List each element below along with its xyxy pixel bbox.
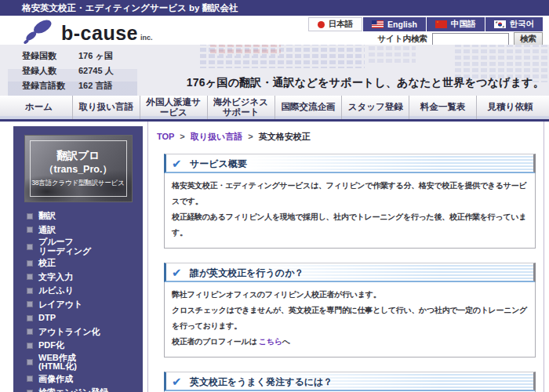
registration-stats: 登録国数 176 ヶ国 登録人数 62745 人 登録言語数 162 言語 bbox=[22, 49, 114, 93]
sidebar-item-ruby[interactable]: ルビふり bbox=[27, 284, 143, 298]
square-bullet-icon bbox=[27, 343, 33, 349]
square-bullet-icon bbox=[27, 274, 33, 280]
check-icon: ✔ bbox=[172, 154, 182, 173]
sidebar-item-interpretation[interactable]: 通訳 bbox=[27, 223, 143, 238]
stat-row: 登録人数 62745 人 bbox=[22, 64, 114, 78]
nav-item-price-list[interactable]: 料金一覧表 bbox=[409, 96, 476, 119]
square-bullet-icon bbox=[27, 328, 33, 335]
section-body: 格安英文校正・エディティングサービスは、フィリピンで作業する分、格安で校正を提供… bbox=[164, 173, 536, 249]
stat-label: 登録言語数 bbox=[22, 78, 78, 93]
section-who-proofreads: ✔ 誰が英文校正を行うのか？ 弊社フィリピンオフィスのフィリピン人校正者が行いま… bbox=[164, 263, 536, 358]
promo-subtitle: （trans_Pro.） bbox=[44, 163, 112, 176]
china-flag-icon bbox=[435, 20, 447, 28]
sidebar-item-label: 校正 bbox=[38, 259, 56, 268]
breadcrumb-link-top[interactable]: TOP bbox=[157, 132, 174, 141]
catchphrase: 176ヶ国の翻訳・通訳などをサポートし、あなたと世界をつなげます。 bbox=[187, 76, 544, 90]
search-label: サイト内検索 bbox=[377, 34, 427, 45]
section-header: ✔ 英文校正をうまく発注するには？ bbox=[164, 372, 536, 391]
section-title: サービス概要 bbox=[190, 158, 247, 169]
sidebar-item-label: 検索エンジン登録 bbox=[38, 388, 108, 392]
paragraph: 校正経験のあるフィリピン人を現地で採用し、社内でトレーニングを行った後、校正作業… bbox=[172, 209, 529, 241]
sidebar-item-image-creation[interactable]: 画像作成 bbox=[27, 372, 143, 387]
main-content: TOP > 取り扱い言語 > 英文格安校正 ✔ サービス概要 格安英文校正・エデ… bbox=[147, 122, 544, 392]
search-button[interactable]: 検索 bbox=[514, 32, 543, 45]
nav-item-staff-registration[interactable]: スタッフ登録 bbox=[341, 96, 409, 119]
sidebar-item-correction[interactable]: 校正 bbox=[27, 256, 143, 270]
sidebar-item-pdf[interactable]: PDF化 bbox=[27, 339, 143, 353]
square-bullet-icon bbox=[27, 213, 33, 220]
sidebar-item-label: WEB作成 (HTML化) bbox=[38, 354, 77, 372]
section-how-to-order: ✔ 英文校正をうまく発注するには？ 最終的な用途、読み手がだれか、校正をする方向… bbox=[164, 372, 536, 392]
paragraph: 格安英文校正・エディティングサービスは、フィリピンで作業する分、格安で校正を提供… bbox=[172, 178, 529, 209]
sidebar-promo-banner[interactable]: 翻訳プロ （trans_Pro.） 38言語クラウド型翻訳サービス bbox=[24, 135, 133, 202]
logo-text: b-cause bbox=[61, 21, 138, 45]
breadcrumb-link-languages[interactable]: 取り扱い言語 bbox=[191, 132, 243, 141]
sidebar-item-label: ルビふり bbox=[38, 286, 74, 296]
section-title: 英文校正をうまく発注するには？ bbox=[190, 376, 333, 387]
site-logo[interactable]: b-cause inc. bbox=[22, 18, 153, 45]
lang-label: 日本語 bbox=[329, 19, 354, 30]
nav-item-dispatch[interactable]: 外国人派遣サ ービス bbox=[140, 96, 207, 119]
sidebar-item-label: アウトライン化 bbox=[38, 328, 100, 337]
promo-description: 38言語クラウド型翻訳サービス bbox=[31, 179, 124, 188]
breadcrumb: TOP > 取り扱い言語 > 英文格安校正 bbox=[157, 131, 536, 143]
sidebar-item-dtp[interactable]: DTP bbox=[27, 311, 143, 325]
lang-korean-button[interactable]: 한국어 bbox=[485, 17, 544, 31]
nav-item-home[interactable]: ホーム bbox=[5, 96, 72, 119]
sidebar-item-label: プルーフ リーディング bbox=[38, 238, 91, 256]
japan-flag-icon bbox=[318, 21, 325, 28]
stat-value: 162 言語 bbox=[78, 78, 112, 93]
square-bullet-icon bbox=[27, 260, 33, 267]
paragraph: クロスチェックはできませんが、英文校正を専門的に仕事として行い、かつ社内で一定の… bbox=[172, 303, 529, 334]
logo-bird-icon bbox=[22, 18, 56, 45]
stat-value: 62745 人 bbox=[78, 64, 114, 78]
lang-label: 中国語 bbox=[451, 19, 476, 30]
nav-item-overseas-support[interactable]: 海外ビジネス サポート bbox=[207, 96, 274, 119]
sidebar-item-proofreading[interactable]: プルーフ リーディング bbox=[27, 237, 143, 256]
square-bullet-icon bbox=[27, 244, 33, 250]
nav-item-international-exchange[interactable]: 国際交流企画 bbox=[274, 96, 342, 119]
language-switcher: 日本語 English 中国語 bbox=[308, 17, 543, 31]
sidebar-item-web-creation[interactable]: WEB作成 (HTML化) bbox=[27, 353, 143, 372]
lang-english-button[interactable]: English bbox=[362, 17, 426, 31]
sidebar-item-label: DTP bbox=[38, 314, 56, 323]
sidebar-item-label: 翻訳 bbox=[38, 212, 56, 221]
sidebar-item-seo-registration[interactable]: 検索エンジン登録 bbox=[27, 386, 143, 392]
section-header: ✔ サービス概要 bbox=[164, 154, 536, 173]
square-bullet-icon bbox=[27, 301, 33, 307]
paragraph: 弊社フィリピンオフィスのフィリピン人校正者が行います。 bbox=[172, 287, 529, 303]
page-title-bar: 格安英文校正・エディティングサービス by 翻訳会社 bbox=[0, 0, 549, 16]
stat-row: 登録言語数 162 言語 bbox=[22, 78, 114, 93]
lang-label: English bbox=[387, 20, 417, 29]
breadcrumb-current: 英文格安校正 bbox=[259, 132, 311, 141]
profile-link[interactable]: こちら bbox=[259, 337, 282, 346]
sidebar-item-translation[interactable]: 翻訳 bbox=[27, 209, 143, 223]
square-bullet-icon bbox=[27, 227, 33, 233]
page-title: 格安英文校正・エディティングサービス by 翻訳会社 bbox=[22, 3, 238, 13]
sidebar: 翻訳プロ （trans_Pro.） 38言語クラウド型翻訳サービス 翻訳 通訳 … bbox=[13, 126, 143, 392]
stat-value: 176 ヶ国 bbox=[78, 49, 113, 64]
search-input[interactable] bbox=[432, 33, 509, 45]
square-bullet-icon bbox=[27, 315, 33, 321]
section-title: 誰が英文校正を行うのか？ bbox=[190, 267, 304, 278]
sidebar-item-outline[interactable]: アウトライン化 bbox=[27, 325, 143, 339]
lang-chinese-button[interactable]: 中国語 bbox=[426, 17, 485, 31]
nav-item-languages[interactable]: 取り扱い言語 bbox=[72, 96, 140, 119]
paragraph-with-link: 校正者のプロフィールは こちらへ bbox=[172, 334, 529, 350]
square-bullet-icon bbox=[27, 376, 33, 382]
sidebar-item-label: 文字入力 bbox=[38, 273, 73, 282]
square-bullet-icon bbox=[27, 288, 33, 294]
stat-row: 登録国数 176 ヶ国 bbox=[22, 49, 114, 64]
sidebar-item-label: PDF化 bbox=[38, 341, 64, 350]
stat-label: 登録国数 bbox=[22, 49, 78, 64]
sidebar-item-text-input[interactable]: 文字入力 bbox=[27, 270, 143, 285]
us-flag-icon bbox=[372, 20, 384, 28]
lang-japanese-button[interactable]: 日本語 bbox=[308, 17, 363, 31]
worldmap-mosaic-decoration bbox=[210, 45, 281, 56]
section-service-overview: ✔ サービス概要 格安英文校正・エディティングサービスは、フィリピンで作業する分… bbox=[164, 154, 536, 249]
worldmap-mosaic-decoration bbox=[369, 46, 416, 64]
hero-banner: 登録国数 176 ヶ国 登録人数 62745 人 登録言語数 162 言語 17… bbox=[0, 45, 549, 96]
nav-item-quote-request[interactable]: 見積り依頼 bbox=[476, 96, 544, 119]
sidebar-item-layout[interactable]: レイアウト bbox=[27, 298, 143, 312]
body-area: 翻訳プロ （trans_Pro.） 38言語クラウド型翻訳サービス 翻訳 通訳 … bbox=[0, 122, 549, 392]
